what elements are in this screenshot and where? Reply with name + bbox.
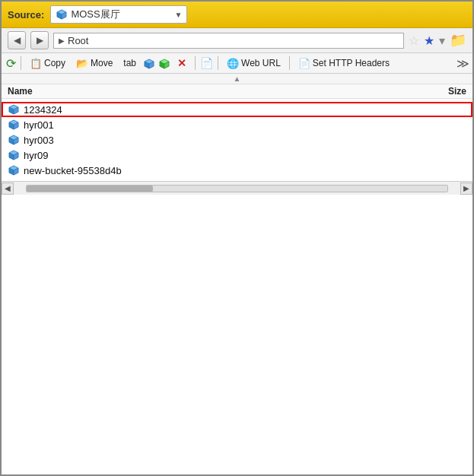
delete-button[interactable]: ✕ xyxy=(173,56,190,71)
bucket-cube-icon xyxy=(8,119,20,131)
file-name: 1234324 xyxy=(24,104,402,116)
list-item[interactable]: hyr001 xyxy=(2,117,472,132)
delete-icon: ✕ xyxy=(177,57,186,69)
separator2 xyxy=(195,56,196,70)
nav-bar: ◀ ▶ ▶ Root ☆ ★ ▾ 📁 xyxy=(2,28,472,53)
path-text: Root xyxy=(68,35,88,46)
sub-toolbar: ▲ xyxy=(2,74,472,84)
copy-label: Copy xyxy=(44,58,65,68)
cube-icon xyxy=(56,8,68,21)
list-item[interactable]: hyr09 xyxy=(2,148,472,163)
icon-green-cube[interactable] xyxy=(158,56,170,70)
star-icon[interactable]: ☆ xyxy=(409,33,419,48)
file-name: hyr003 xyxy=(24,135,402,146)
bookmark-icon[interactable]: ★ xyxy=(424,33,434,48)
bucket-cube-icon xyxy=(8,164,20,176)
bucket-cube-icon xyxy=(8,149,20,161)
horizontal-scrollbar[interactable] xyxy=(26,185,448,192)
copy-icon: 📋 xyxy=(30,58,42,69)
file-name: hyr001 xyxy=(24,119,402,131)
icon-blue-cube[interactable] xyxy=(143,56,155,70)
weburl-button[interactable]: 🌐 Web URL xyxy=(223,56,285,71)
source-dropdown[interactable]: MOSS展厅 ▼ xyxy=(50,5,187,24)
bucket-cube-icon xyxy=(8,103,20,116)
separator1 xyxy=(21,56,21,70)
tab-label: tab xyxy=(123,58,136,68)
tab-button[interactable]: tab xyxy=(119,56,140,70)
path-triangle-icon: ▶ xyxy=(59,36,65,45)
move-button[interactable]: 📂 Move xyxy=(72,56,116,71)
source-bar: Source: MOSS展厅 ▼ xyxy=(2,2,472,28)
nav-path: ▶ Root xyxy=(53,33,404,49)
separator4 xyxy=(289,56,290,70)
setheaders-label: Set HTTP Headers xyxy=(313,58,390,68)
col-size-header: Size xyxy=(406,86,466,97)
back-button[interactable]: ◀ xyxy=(8,31,26,49)
file-name: hyr09 xyxy=(24,150,402,161)
weburl-label: Web URL xyxy=(241,58,281,68)
move-label: Move xyxy=(91,58,113,68)
forward-button[interactable]: ▶ xyxy=(30,31,49,49)
file-name: new-bucket-95538d4b xyxy=(24,165,402,176)
weburl-page-icon: 🌐 xyxy=(227,58,239,69)
list-item[interactable]: 1234324 xyxy=(2,102,472,117)
list-item[interactable]: hyr003 xyxy=(2,132,472,148)
copy-button[interactable]: 📋 Copy xyxy=(26,56,69,71)
move-icon: 📂 xyxy=(76,58,88,69)
setheaders-button[interactable]: 📄 Set HTTP Headers xyxy=(294,56,393,71)
horizontal-scrollbar-area: ◀ ▶ xyxy=(2,181,472,195)
refresh-icon[interactable]: ⟳ xyxy=(6,56,16,71)
bucket-cube-icon xyxy=(8,134,20,146)
scroll-right-button[interactable]: ▶ xyxy=(460,182,472,195)
page-copy-icon[interactable]: 📄 xyxy=(200,57,213,69)
toolbar: ⟳ 📋 Copy 📂 Move tab ✕ 📄 xyxy=(2,53,472,74)
source-label: Source: xyxy=(8,9,44,21)
column-headers: Name Size xyxy=(2,84,472,99)
source-select-text: MOSS展厅 xyxy=(71,8,171,21)
sub-toolbar-triangle: ▲ xyxy=(234,75,241,83)
list-item[interactable]: new-bucket-95538d4b xyxy=(2,163,472,178)
folder-icon[interactable]: 📁 xyxy=(450,32,466,49)
separator3 xyxy=(218,56,218,70)
source-dropdown-arrow: ▼ xyxy=(175,11,183,19)
file-list: 1234324hyr001hyr003hyr09new-bucket-95538… xyxy=(2,99,472,181)
scrollbar-thumb xyxy=(27,186,153,192)
toolbar-expand-icon[interactable]: ≫ xyxy=(457,56,469,71)
scroll-left-button[interactable]: ◀ xyxy=(2,182,14,195)
setheaders-page-icon: 📄 xyxy=(298,58,310,69)
col-name-header: Name xyxy=(8,86,406,97)
